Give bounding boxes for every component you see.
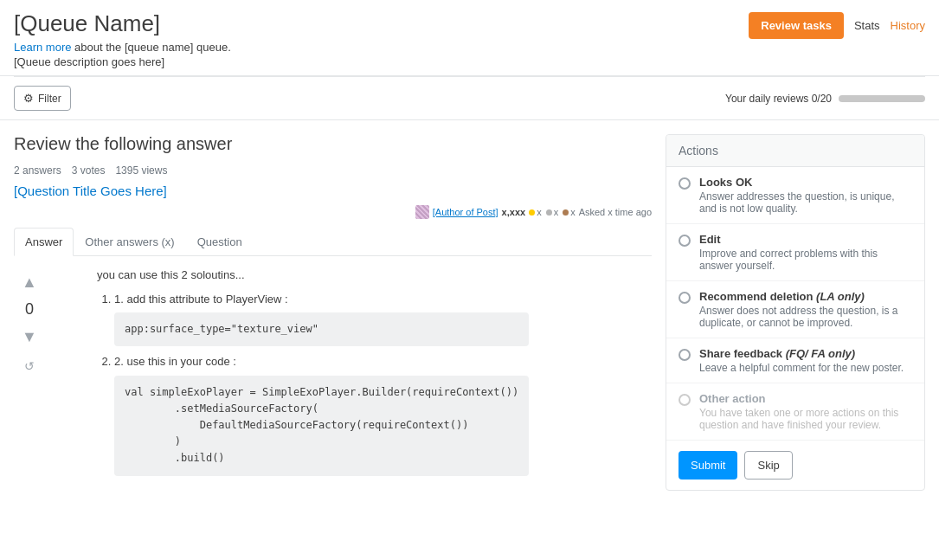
- answer-intro: you can use this 2 soloutins...: [97, 267, 529, 284]
- radio-recommend-deletion[interactable]: [679, 292, 691, 304]
- filter-button[interactable]: ⚙ Filter: [14, 86, 71, 111]
- answers-count: 2 answers: [14, 164, 61, 177]
- step2-label: 2. use this in your code :: [114, 355, 236, 368]
- action-label-other-action: Other action: [699, 392, 912, 405]
- tab-other-answers[interactable]: Other answers (x): [74, 228, 185, 256]
- action-desc-recommend-deletion: Answer does not address the question, is…: [699, 305, 912, 329]
- action-text-edit: EditImprove and correct problems with th…: [699, 233, 912, 272]
- step1-label: 1. add this attribute to PlayerView :: [114, 293, 288, 306]
- bronze-count: x: [570, 207, 576, 217]
- toolbar: ⚙ Filter Your daily reviews 0/20: [0, 77, 939, 120]
- queue-subtitle: Learn more about the [queue name] queue.: [14, 41, 925, 54]
- sidebar: Actions Looks OKAnswer addresses the que…: [666, 134, 925, 491]
- header-right: Review tasks Stats History: [749, 12, 925, 39]
- main-layout: Review the following answer 2 answers 3 …: [0, 120, 939, 505]
- upvote-button[interactable]: ▲: [17, 270, 42, 294]
- vote-area: ▲ 0 ▼ ↺: [14, 267, 45, 483]
- author-line: [Author of Post] x,xxx x x x Asked x tim…: [14, 205, 652, 219]
- step1-code: app:surface_type="texture_view": [114, 312, 529, 346]
- action-item-looks-ok[interactable]: Looks OKAnswer addresses the question, i…: [666, 167, 924, 224]
- author-rep: x,xxx: [502, 207, 526, 217]
- history-link[interactable]: History: [891, 19, 925, 32]
- radio-other-action[interactable]: [679, 394, 691, 406]
- reputation-dots: x x x: [529, 207, 576, 217]
- progress-bar: [839, 95, 925, 102]
- views-count: 1395 views: [115, 164, 167, 177]
- vote-count: 0: [25, 298, 34, 321]
- learn-more-link[interactable]: Learn more: [14, 41, 71, 54]
- votes-count: 3 votes: [72, 164, 106, 177]
- action-text-recommend-deletion: Recommend deletion (LA only)Answer does …: [699, 290, 912, 329]
- content-area: Review the following answer 2 answers 3 …: [14, 134, 666, 483]
- gold-dot: [529, 209, 535, 216]
- section-title: Review the following answer: [14, 134, 652, 154]
- question-title-link[interactable]: [Question Title Goes Here]: [14, 183, 652, 198]
- author-avatar: [415, 205, 429, 219]
- tab-answer[interactable]: Answer: [14, 228, 74, 256]
- gold-count: x: [537, 207, 542, 217]
- action-desc-share-feedback: Leave a helpful comment for the new post…: [699, 362, 904, 374]
- post-meta: 2 answers 3 votes 1395 views: [14, 164, 652, 177]
- action-label-share-feedback: Share feedback (FQ/ FA only): [699, 347, 904, 360]
- tabs-bar: Answer Other answers (x) Question: [14, 228, 652, 256]
- action-desc-other-action: You have taken one or more actions on th…: [699, 407, 912, 431]
- gear-icon: ⚙: [23, 92, 34, 105]
- action-item-recommend-deletion[interactable]: Recommend deletion (LA only)Answer does …: [666, 281, 924, 338]
- stats-link[interactable]: Stats: [854, 19, 880, 32]
- sidebar-footer: Submit Skip: [666, 441, 924, 490]
- review-tasks-button[interactable]: Review tasks: [749, 12, 844, 39]
- silver-dot: [546, 209, 552, 216]
- silver-count: x: [554, 207, 559, 217]
- tab-question[interactable]: Question: [186, 228, 254, 256]
- submit-button[interactable]: Submit: [679, 451, 737, 480]
- skip-button[interactable]: Skip: [744, 451, 792, 480]
- bronze-dot: [563, 209, 569, 216]
- radio-looks-ok[interactable]: [679, 177, 691, 190]
- action-item-share-feedback[interactable]: Share feedback (FQ/ FA only)Leave a help…: [666, 338, 924, 383]
- radio-share-feedback[interactable]: [679, 349, 691, 361]
- action-desc-looks-ok: Answer addresses the question, is unique…: [699, 190, 912, 215]
- action-label-edit: Edit: [699, 233, 912, 246]
- daily-reviews: Your daily reviews 0/20: [725, 93, 925, 105]
- action-item-edit[interactable]: EditImprove and correct problems with th…: [666, 224, 924, 281]
- action-text-other-action: Other actionYou have taken one or more a…: [699, 392, 912, 431]
- sidebar-header: Actions: [666, 135, 924, 167]
- radio-edit[interactable]: [679, 235, 691, 247]
- answer-content: you can use this 2 soloutins... 1. add t…: [97, 267, 529, 483]
- author-name-link[interactable]: [Author of Post]: [433, 207, 498, 217]
- actions-list: Looks OKAnswer addresses the question, i…: [666, 167, 924, 441]
- action-text-share-feedback: Share feedback (FQ/ FA only)Leave a help…: [699, 347, 904, 374]
- queue-description: [Queue description goes here]: [14, 55, 925, 68]
- history-icon[interactable]: ↺: [24, 357, 35, 376]
- asked-time: Asked x time ago: [579, 207, 652, 217]
- action-item-other-action[interactable]: Other actionYou have taken one or more a…: [666, 383, 924, 441]
- downvote-button[interactable]: ▼: [17, 325, 42, 349]
- action-desc-edit: Improve and correct problems with this a…: [699, 248, 912, 272]
- step2-code: val simpleExoPlayer = SimpleExoPlayer.Bu…: [114, 376, 529, 476]
- action-label-looks-ok: Looks OK: [699, 176, 912, 189]
- action-label-recommend-deletion: Recommend deletion (LA only): [699, 290, 912, 303]
- action-text-looks-ok: Looks OKAnswer addresses the question, i…: [699, 176, 912, 215]
- answer-body: ▲ 0 ▼ ↺ you can use this 2 soloutins... …: [14, 267, 652, 483]
